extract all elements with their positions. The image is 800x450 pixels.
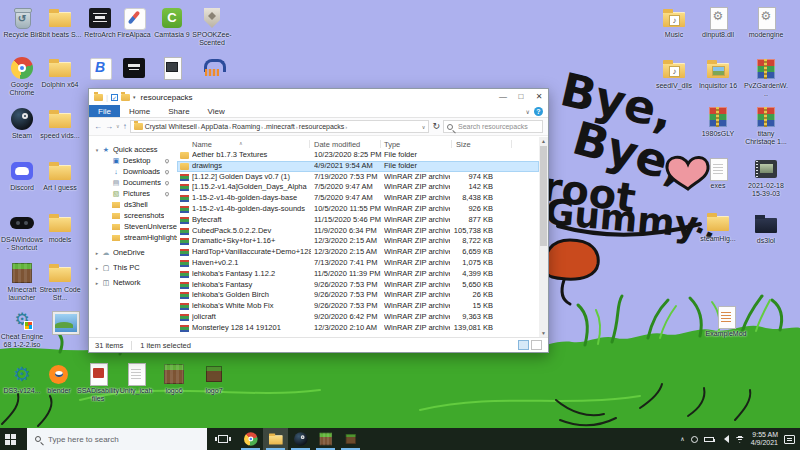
scrollbar-thumb[interactable] bbox=[540, 146, 547, 246]
sidebar-item-pictures[interactable]: ▧Pictures bbox=[89, 188, 177, 199]
file-row-dramatic-sky-for-1-16[interactable]: Dramatic+Sky+for+1.16+12/3/2020 2:15 AMW… bbox=[177, 236, 539, 247]
file-row-aether-b1-7-3-textures[interactable]: Aether b1.7.3 Textures10/23/2020 8:25 PM… bbox=[177, 150, 539, 161]
sidebar-item-documents[interactable]: ▤Documents bbox=[89, 177, 177, 188]
file-row-monsterley-128-14-191201[interactable]: Monsterley 128 14 19120112/3/2020 2:10 A… bbox=[177, 323, 539, 334]
maximize-button[interactable]: □ bbox=[512, 89, 530, 105]
up-button[interactable]: ↑ bbox=[123, 123, 127, 131]
column-header-type[interactable]: Type bbox=[384, 140, 400, 149]
file-row-jolicraft[interactable]: jolicraft9/20/2020 6:42 PMWinRAR ZIP arc… bbox=[177, 312, 539, 323]
file-row-1-15-2-v1-4b-golden-days-sounds[interactable]: 1-15-2-v1-4b-golden-days-sounds10/5/2020… bbox=[177, 204, 539, 215]
desktop-icon-filmfile[interactable] bbox=[150, 56, 194, 80]
file-row-bytecraft[interactable]: Bytecraft11/15/2020 5:46 PMWinRAR ZIP ar… bbox=[177, 215, 539, 226]
taskbar-app-chrome[interactable] bbox=[238, 428, 263, 450]
desktop-icon-2021-02-18-15-39-03[interactable]: 2021-02-18 15-39-03 bbox=[744, 157, 788, 197]
chevron-icon[interactable]: ▸ bbox=[93, 265, 101, 271]
explorer-search-input[interactable] bbox=[456, 122, 542, 131]
help-button[interactable]: ? bbox=[534, 107, 543, 116]
file-row-lehkoba-s-fantasy-1-12-2[interactable]: lehkoba's Fantasy 1.12.211/5/2020 11:39 … bbox=[177, 269, 539, 280]
desktop-icon-logo6[interactable]: logo6 bbox=[152, 362, 196, 395]
close-button[interactable]: ✕ bbox=[530, 89, 548, 105]
back-button[interactable]: ← bbox=[94, 123, 102, 131]
file-row-lehkoba-s-golden-birch[interactable]: lehkoba's Golden Birch9/26/2020 7:53 PMW… bbox=[177, 290, 539, 301]
desktop-icon-dolphin-x64[interactable]: Dolphin x64 bbox=[38, 56, 82, 89]
taskbar-app-steam[interactable] bbox=[288, 428, 313, 450]
sidebar-item-onedrive[interactable]: ▸☁OneDrive bbox=[89, 247, 177, 258]
desktop-icon-titany-christage-1[interactable]: titany Christage 1... bbox=[744, 105, 788, 145]
sidebar-item-quick-access[interactable]: ▾★Quick access bbox=[89, 144, 177, 155]
desktop-icon-dinput8-dll[interactable]: ⚙dinput8.dll bbox=[696, 6, 740, 39]
desktop-icon-ds3lol[interactable]: ds3lol bbox=[744, 212, 788, 245]
column-divider[interactable] bbox=[309, 140, 310, 148]
desktop-icon-logo7[interactable]: logo7 bbox=[192, 362, 236, 395]
breadcrumb-segment-minecraft[interactable]: .minecraft bbox=[264, 123, 295, 130]
desktop-icon-stream-code-stf[interactable]: Stream Code Stf... bbox=[38, 261, 82, 301]
desktop-icon-models[interactable]: models bbox=[38, 211, 82, 244]
column-divider[interactable] bbox=[451, 140, 452, 148]
address-bar[interactable]: Crystal Whitesell›AppData›Roaming›.minec… bbox=[130, 120, 430, 133]
volume-icon[interactable] bbox=[720, 435, 729, 443]
sidebar-item-stevenuniverseholt[interactable]: StevenUniverseHolt bbox=[89, 221, 177, 232]
breadcrumb-separator-icon[interactable]: › bbox=[344, 124, 348, 130]
sidebar-item-downloads[interactable]: ↓Downloads bbox=[89, 166, 177, 177]
sidebar-item-desktop[interactable]: ▣Desktop bbox=[89, 155, 177, 166]
customize-toolbar-icon[interactable]: ▾ bbox=[133, 94, 136, 100]
taskbar-search-box[interactable] bbox=[27, 428, 207, 450]
desktop-icon-music[interactable]: ♪Music bbox=[652, 6, 696, 39]
onedrive-tray-icon[interactable] bbox=[691, 436, 698, 443]
action-center-icon[interactable] bbox=[784, 435, 795, 444]
column-divider[interactable] bbox=[380, 140, 381, 148]
scroll-up-icon[interactable]: ▲ bbox=[539, 138, 548, 144]
taskbar-app-minecraft-launcher[interactable] bbox=[313, 428, 338, 450]
file-row-hardtop-vanillaccurate-demo-128x-d[interactable]: HardTop+Vanillaccurate+Demo+128x+d...12/… bbox=[177, 247, 539, 258]
column-divider[interactable] bbox=[511, 140, 512, 148]
sidebar-item-screenshots[interactable]: screenshots bbox=[89, 210, 177, 221]
desktop-icon-cheat-engine-68-1-2-2-iso[interactable]: ⚙Cheat Engine 68 1-2-2.iso bbox=[0, 308, 44, 348]
desktop-icon-exes[interactable]: exes bbox=[696, 157, 740, 190]
desktop-icon-blender[interactable]: blender bbox=[37, 362, 81, 395]
taskbar-app-minecraft[interactable] bbox=[338, 428, 363, 450]
tab-share[interactable]: Share bbox=[159, 105, 198, 117]
desktop-icon-spookzee-scented[interactable]: SPOOKZee-Scented bbox=[190, 6, 234, 46]
scroll-down-icon[interactable]: ▼ bbox=[539, 330, 548, 336]
desktop-icon-art-i-guess[interactable]: Art I guess bbox=[38, 159, 82, 192]
breadcrumb-segment-crystal-whitesell[interactable]: Crystal Whitesell bbox=[145, 123, 197, 130]
tab-file[interactable]: File bbox=[89, 105, 120, 117]
vertical-scrollbar[interactable]: ▲ ▼ bbox=[539, 137, 548, 337]
sidebar-item-this-pc[interactable]: ▸▢This PC bbox=[89, 262, 177, 273]
desktop-icon-modengine[interactable]: ⚙modengine bbox=[744, 6, 788, 39]
desktop-icon-steamhig[interactable]: steamHig... bbox=[696, 210, 740, 243]
new-folder-icon[interactable] bbox=[121, 94, 130, 101]
desktop-icon-photo[interactable] bbox=[42, 310, 86, 334]
taskbar-clock[interactable]: 9:55 AM 4/9/2021 bbox=[751, 431, 778, 447]
file-row-1-15-2-v1-4a-golden-days-alpha[interactable]: [1.15.2-v1.4a]Golden_Days_Alpha7/5/2020 … bbox=[177, 182, 539, 193]
taskbar-search-input[interactable] bbox=[46, 434, 186, 445]
tab-view[interactable]: View bbox=[199, 105, 234, 117]
task-view-button[interactable] bbox=[210, 428, 236, 450]
file-row-drawings[interactable]: drawings4/9/2021 9:54 AMFile folder bbox=[177, 161, 539, 172]
desktop-icon-1980sgly[interactable]: 1980sGLY bbox=[696, 105, 740, 138]
file-row-1-12-2-golden-days-v0-7-1[interactable]: [1.12.2] Golden Days v0.7 (1)7/19/2020 7… bbox=[177, 172, 539, 183]
column-header-size[interactable]: Size bbox=[456, 140, 471, 149]
file-row-haven-v0-2-1[interactable]: Haven+v0.2.17/13/2020 7:41 PMWinRAR ZIP … bbox=[177, 258, 539, 269]
sidebar-item-network[interactable]: ▸◫Network bbox=[89, 277, 177, 288]
desktop-icon-speed-vids[interactable]: speed vids... bbox=[38, 107, 82, 140]
address-dropdown-icon[interactable]: ∨ bbox=[422, 124, 426, 130]
forward-button[interactable]: → bbox=[105, 123, 113, 131]
file-row-1-15-2-v1-4b-golden-days-base[interactable]: 1-15-2-v1-4b-golden-days-base7/5/2020 9:… bbox=[177, 193, 539, 204]
minimize-button[interactable]: — bbox=[494, 89, 512, 105]
breadcrumb-segment-resourcepacks[interactable]: resourcepacks bbox=[299, 123, 345, 130]
column-header-date[interactable]: Date modified bbox=[314, 140, 360, 149]
chevron-icon[interactable]: ▸ bbox=[93, 250, 101, 256]
desktop-icon-examplemod[interactable]: ExampleMod bbox=[704, 305, 748, 338]
chevron-up-icon[interactable]: ∧ bbox=[680, 436, 684, 442]
start-button[interactable] bbox=[0, 428, 27, 450]
desktop-icon-camtasia-9[interactable]: CCamtasia 9 bbox=[150, 6, 194, 39]
recent-locations-icon[interactable]: ∨ bbox=[116, 124, 120, 129]
chevron-icon[interactable]: ▾ bbox=[93, 147, 101, 153]
refresh-button[interactable]: ↻ bbox=[432, 122, 440, 131]
column-header-name[interactable]: Name bbox=[192, 140, 212, 149]
properties-icon[interactable]: ✓ bbox=[111, 94, 118, 101]
sidebar-item-streamhighlights[interactable]: streamHighlights bbox=[89, 232, 177, 243]
expand-ribbon-icon[interactable]: ∨ bbox=[526, 108, 530, 115]
large-icons-view-button[interactable] bbox=[531, 340, 542, 350]
